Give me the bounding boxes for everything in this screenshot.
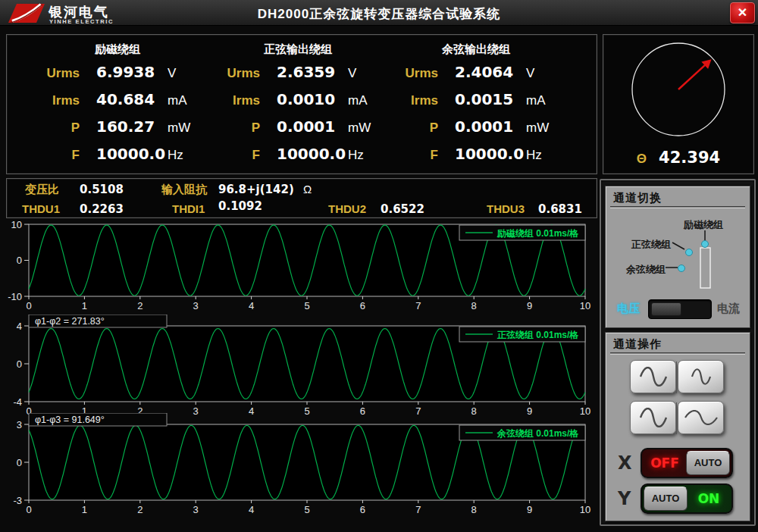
x-axis-toggle[interactable]: OFF AUTO [641, 448, 733, 478]
voltage-label: 电压 [617, 302, 640, 316]
svg-text:4: 4 [249, 504, 254, 515]
metric-unit: mW [168, 120, 205, 136]
metric-label: F [210, 148, 260, 163]
x-auto-button[interactable]: AUTO [686, 451, 730, 475]
sine-wave-icon [637, 408, 669, 427]
waveform-chart-cosine: 01234567891030-3余弦绕组 0.01ms/格φ1-φ3 = 91.… [0, 413, 597, 519]
metric-value: 0.0015 [438, 90, 526, 108]
svg-text:6: 6 [360, 300, 365, 311]
y-auto-button[interactable]: AUTO [644, 487, 688, 511]
channel-ops-panel: 通道操作 [605, 332, 750, 521]
x-axis-label: X [618, 452, 632, 474]
svg-text:8: 8 [471, 504, 477, 515]
titlebar: 银河电气 YINHE ELECTRIC DH2000正余弦旋转变压器综合试验系统… [0, 0, 758, 26]
metric-value: 2.4064 [438, 63, 526, 81]
metric-label: F [388, 148, 438, 163]
group-title: 正弦输出绕组 [210, 42, 386, 57]
metric-unit: V [348, 66, 386, 81]
theta-readout: Θ42.394 [603, 149, 753, 167]
svg-text:-3: -3 [13, 495, 22, 506]
waveform-button-1-left[interactable] [630, 360, 676, 393]
thdi1-value: 0.1092 [218, 199, 262, 213]
voltage-current-toggle[interactable] [648, 299, 712, 319]
metric-value: 40.684 [80, 90, 168, 108]
ratio-value: 0.5108 [80, 183, 124, 196]
channel-dot-sine[interactable] [686, 249, 693, 256]
ratio-label: 变压比 [25, 183, 59, 197]
x-off-state[interactable]: OFF [644, 455, 686, 471]
svg-text:正弦绕组 0.01ms/格: 正弦绕组 0.01ms/格 [496, 330, 578, 340]
measurement-panel: 励磁绕组 Urms6.9938V Irms40.684mA P160.27mW … [6, 34, 597, 174]
svg-text:7: 7 [415, 300, 421, 311]
waveform-button-2-right[interactable] [678, 401, 724, 434]
y-axis-toggle[interactable]: AUTO ON [641, 483, 733, 514]
svg-text:0: 0 [17, 457, 22, 468]
sidebar: 通道切换 励磁绕组 正弦绕组 余弦绕组 电压 电流 通道操作 [600, 179, 756, 526]
metric-unit: V [526, 66, 564, 81]
metric-label: P [388, 120, 438, 136]
metric-value: 10000.0 [260, 145, 348, 163]
app-window: { "header": { "brand": "银河电气", "brand_en… [0, 0, 758, 532]
y-axis-control-row: Y AUTO ON [606, 483, 751, 514]
metric-label: F [30, 148, 80, 163]
metric-value: 0.0001 [260, 117, 348, 136]
svg-text:3: 3 [193, 504, 199, 515]
metric-unit: mA [348, 93, 386, 108]
waveform-chart-sine: 01234567891040-4正弦绕组 0.01ms/格φ1-φ2 = 271… [0, 315, 597, 419]
svg-text:0: 0 [17, 358, 22, 370]
svg-text:1: 1 [82, 300, 87, 311]
waveform-button-1-right[interactable] [678, 360, 724, 393]
metric-label: Irms [210, 93, 260, 108]
stats-bar: 变压比 0.5108 输入阻抗 96.8+j(142) Ω THDU1 0.22… [6, 178, 597, 218]
metric-label: Urms [388, 66, 438, 81]
metric-value: 10000.0 [80, 145, 168, 163]
metric-unit: mA [168, 93, 205, 108]
waveform-button-pair-2 [630, 401, 725, 436]
metric-unit: Hz [526, 148, 564, 163]
metric-label: Urms [30, 66, 80, 81]
measurement-group-excitation: 励磁绕组 Urms6.9938V Irms40.684mA P160.27mW … [30, 42, 205, 172]
svg-text:励磁绕组 0.01ms/格: 励磁绕组 0.01ms/格 [496, 228, 578, 239]
svg-text:5: 5 [304, 300, 309, 311]
channel-ops-title: 通道操作 [613, 337, 662, 352]
svg-text:0: 0 [26, 300, 31, 311]
close-button[interactable]: ✕ [730, 2, 755, 23]
y-axis-label: Y [618, 488, 631, 509]
metric-unit: Hz [348, 148, 386, 163]
thdu1-value: 0.2263 [80, 202, 124, 216]
impedance-value: 96.8+j(142) [218, 183, 294, 196]
thdu2-value: 0.6522 [381, 202, 424, 216]
svg-text:8: 8 [471, 300, 477, 311]
channel-switch-panel: 通道切换 励磁绕组 正弦绕组 余弦绕组 电压 电流 [605, 186, 750, 328]
impedance-unit: Ω [303, 183, 312, 196]
svg-text:-4: -4 [13, 396, 22, 408]
channel-dot-excitation[interactable] [702, 241, 709, 248]
svg-text:3: 3 [17, 419, 22, 430]
thdu3-label: THDU3 [487, 202, 525, 215]
metric-label: Irms [30, 93, 80, 108]
metric-value: 6.9938 [80, 63, 168, 81]
waveform-button-2-left[interactable] [630, 401, 676, 434]
waveform-button-pair-1 [630, 360, 725, 395]
svg-text:10: 10 [580, 300, 590, 311]
channel-dot-cosine[interactable] [678, 265, 685, 272]
metric-label: Urms [210, 66, 260, 81]
svg-text:4: 4 [249, 300, 254, 311]
toggle-knob [651, 302, 681, 316]
divider [676, 402, 677, 434]
metric-value: 0.0001 [438, 117, 526, 136]
y-on-state[interactable]: ON [688, 491, 730, 506]
divider [676, 361, 677, 393]
svg-text:4: 4 [17, 321, 22, 332]
current-label: 电流 [717, 302, 740, 316]
metric-value: 2.6359 [260, 63, 348, 81]
svg-text:9: 9 [527, 300, 532, 311]
svg-text:φ1-φ3 = 91.649°: φ1-φ3 = 91.649° [35, 415, 105, 425]
sine-wave-icon [689, 368, 713, 385]
metric-unit: mW [526, 120, 564, 136]
impedance-label: 输入阻抗 [161, 183, 207, 197]
theta-value: 42.394 [659, 149, 720, 167]
phase-dial [603, 35, 753, 147]
waveform-chart-excitation: 012345678910100-10励磁绕组 0.01ms/格 [0, 220, 597, 315]
channel-slider[interactable] [700, 248, 710, 288]
